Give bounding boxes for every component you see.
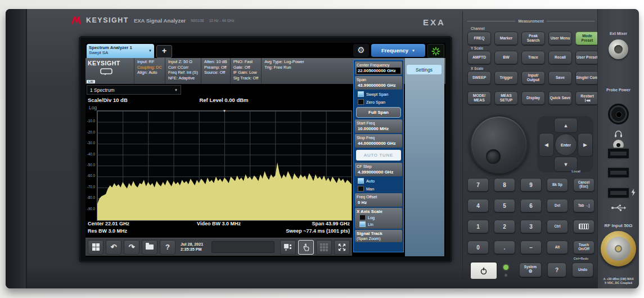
key-key[interactable]: .: [494, 241, 515, 254]
key-del[interactable]: Del: [547, 199, 568, 212]
key-0[interactable]: 0: [467, 241, 489, 254]
span-value[interactable]: 43.990000000 GHz: [357, 82, 400, 88]
fullscreen-button[interactable]: [334, 240, 350, 255]
power-button[interactable]: [470, 261, 498, 280]
full-span-button[interactable]: Full Span: [356, 107, 401, 118]
menu-item-freq-offset[interactable]: Freq Offset 0 Hz: [355, 193, 402, 207]
connector-panel: Ext Mixer Probe Power RF Input 5: [597, 9, 639, 288]
key-9[interactable]: 9: [520, 178, 542, 192]
file-explorer-button[interactable]: [142, 240, 157, 255]
spectrum-plot[interactable]: ▼: [97, 110, 352, 221]
menu-dropdown-frequency[interactable]: Frequency ▼: [371, 44, 425, 57]
key-keyboard[interactable]: [573, 220, 595, 233]
key-tab[interactable]: Tab →|: [573, 199, 595, 212]
arrow-left-button[interactable]: ◀: [539, 133, 554, 157]
key-ctrl[interactable]: Ctrl: [547, 220, 568, 233]
key-alt[interactable]: Alt: [547, 241, 568, 254]
button-sweep[interactable]: SWEEP: [467, 71, 491, 84]
button-bw[interactable]: BW: [494, 51, 518, 64]
tab-settings[interactable]: Settings: [407, 65, 442, 74]
button-save[interactable]: Save: [548, 71, 572, 84]
x-scale-group-label: X Scale: [471, 66, 483, 70]
window-layout-button[interactable]: [280, 240, 296, 255]
menu-item-label: Span: [357, 77, 400, 82]
key-key[interactable]: –: [520, 241, 542, 254]
radio-zero-span[interactable]: Zero Span: [355, 99, 402, 105]
button-single-cont[interactable]: Single/ Cont: [575, 71, 599, 84]
auto-tune-button[interactable]: AUTO TUNE: [356, 150, 401, 161]
radio-cf-step-man[interactable]: Man: [355, 185, 402, 192]
undo-button[interactable]: ↶: [106, 240, 121, 255]
button-user-preset[interactable]: User Preset: [575, 51, 599, 64]
center-frequency-value[interactable]: 22.005000000 GHz: [357, 68, 400, 74]
graph-annotations: Center 22.01 GHz Video BW 3.0 MHz Span 4…: [85, 221, 352, 235]
key-4[interactable]: 4: [467, 199, 489, 212]
menu-item-span[interactable]: Span 43.990000000 GHz: [355, 76, 402, 90]
arrow-right-button[interactable]: ▶: [578, 133, 593, 157]
button-marker[interactable]: Marker: [494, 32, 518, 45]
menu-item-start-freq[interactable]: Start Freq 10.000000 MHz: [355, 119, 402, 133]
status-line: Input: RF: [137, 59, 162, 65]
enter-button[interactable]: Enter: [555, 134, 577, 156]
settings-gear-button[interactable]: ⚙: [353, 44, 369, 57]
menu-item-label: Center Frequency: [357, 63, 400, 68]
button-mode-meas[interactable]: MODE/ MEAS: [467, 91, 491, 105]
key-5[interactable]: 5: [494, 199, 515, 212]
y-axis-label: -30.0: [87, 141, 95, 145]
windows-start-button[interactable]: [88, 240, 103, 255]
tab-spectrum-analyzer[interactable]: Spectrum Analyzer 1 Swept SA ▼: [87, 44, 154, 58]
key-1[interactable]: 1: [467, 220, 489, 233]
panel-button-row: AMPTDBWTraceRecallUser Preset: [467, 51, 599, 64]
cf-step-value[interactable]: 4.399000000 GHz: [357, 169, 400, 175]
button-mode-preset[interactable]: Mode Preset: [575, 32, 599, 45]
key-3[interactable]: 3: [520, 220, 542, 233]
radio-swept-span[interactable]: Swept Span: [355, 91, 402, 97]
button-display[interactable]: Display: [521, 91, 545, 105]
stop-freq-value[interactable]: 44.000000000 GHz: [357, 140, 400, 146]
button-recall[interactable]: Recall: [548, 51, 572, 64]
key-bk-sp[interactable]: Bk Sp: [547, 178, 568, 192]
button-peak-search[interactable]: Peak Search: [521, 32, 545, 45]
redo-button[interactable]: ↷: [124, 240, 139, 255]
key-7[interactable]: 7: [467, 178, 489, 192]
key-6[interactable]: 6: [520, 199, 542, 212]
system-key[interactable]: System⚙: [519, 263, 542, 277]
grid-view-button[interactable]: [316, 240, 332, 255]
button-input-output[interactable]: Input/ Output: [521, 71, 545, 84]
radio-label: Auto: [366, 179, 375, 184]
button-trigger[interactable]: Trigger: [494, 71, 518, 84]
button-user-menu[interactable]: User Menu: [548, 32, 572, 45]
menu-item-center-frequency[interactable]: Center Frequency 22.005000000 GHz: [355, 61, 402, 75]
arrow-up-button[interactable]: ▲: [554, 118, 578, 133]
rotary-knob[interactable]: [470, 115, 528, 174]
key-touch-on-off[interactable]: Touch On/Off: [573, 241, 595, 254]
ext-mixer-label: Ext Mixer: [598, 32, 639, 37]
button-meas-setup[interactable]: MEAS SETUP: [494, 91, 518, 105]
product-name: EXA Signal Analyzer: [134, 17, 186, 24]
radio-x-scale-lin[interactable]: Lin: [357, 221, 400, 228]
radio-x-scale-log[interactable]: Log: [357, 214, 400, 221]
button-trace[interactable]: Trace: [521, 51, 545, 64]
help-key[interactable]: ?: [547, 263, 566, 277]
button-amptd[interactable]: AMPTD: [467, 51, 491, 64]
arrow-up-icon: ▲: [564, 123, 569, 128]
key-2[interactable]: 2: [494, 220, 515, 233]
menu-item-stop-freq[interactable]: Stop Freq 44.000000000 GHz: [355, 134, 402, 148]
freq-offset-value[interactable]: 0 Hz: [357, 199, 400, 206]
button-freq[interactable]: FREQ: [467, 32, 491, 45]
start-freq-value[interactable]: 10.000000 MHz: [357, 126, 400, 132]
undo-key[interactable]: Undo: [572, 263, 593, 277]
key-8[interactable]: 8: [494, 178, 515, 192]
menu-item-cf-step[interactable]: CF Step 4.399000000 GHz: [355, 163, 402, 176]
radio-cf-step-auto[interactable]: Auto: [355, 177, 402, 184]
system-gear-icon: ⚙: [528, 269, 532, 274]
key-cancel-esc[interactable]: Cancel (Esc): [573, 178, 595, 192]
button-restart[interactable]: Restart◀◀: [575, 91, 599, 105]
help-button[interactable]: ?: [160, 240, 175, 255]
add-tab-button[interactable]: +: [156, 45, 172, 58]
trace-selector-dropdown[interactable]: 1 Spectrum ▼: [87, 85, 181, 95]
touch-mode-button[interactable]: [298, 240, 314, 255]
button-quick-save[interactable]: Quick Save: [548, 91, 572, 105]
annotation-entry-strip[interactable]: [211, 241, 274, 253]
window-layout-icon: [284, 244, 292, 251]
